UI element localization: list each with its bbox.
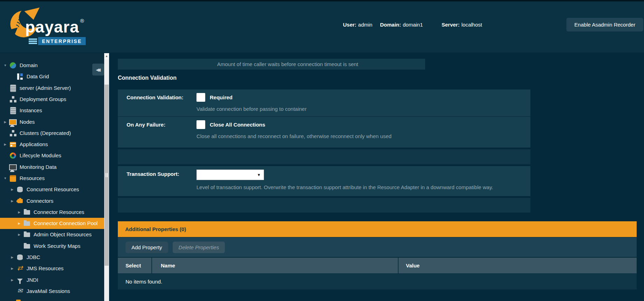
checkbox-label: Close All Connections bbox=[210, 122, 265, 128]
additional-properties-header: Additional Properties (0) bbox=[118, 221, 637, 237]
section-title: Connection Validation bbox=[118, 75, 177, 81]
field-label: Connection Validation: bbox=[118, 89, 196, 116]
field-label: On Any Failure: bbox=[118, 117, 196, 148]
scrolled-row-help-text: Amount of time caller waits before conne… bbox=[118, 59, 425, 70]
field-control-area: Close All ConnectionsClose all connectio… bbox=[196, 117, 530, 148]
main-content: Amount of time caller waits before conne… bbox=[0, 0, 644, 301]
column-header-value: Value bbox=[399, 258, 637, 273]
form-row-connection-validation: Connection Validation:RequiredValidate c… bbox=[118, 89, 530, 116]
field-control-area: ▼Level of transaction support. Overwrite… bbox=[196, 166, 530, 196]
field-help-text: Level of transaction support. Overwrite … bbox=[196, 184, 530, 190]
add-property-button[interactable]: Add Property bbox=[126, 242, 168, 253]
properties-toolbar: Add Property Delete Properties bbox=[118, 237, 637, 257]
checkbox-label: Required bbox=[210, 94, 232, 100]
column-header-name: Name bbox=[152, 258, 399, 273]
payara-admin-console: payara® ENTERPRISE User:admin Domain:dom… bbox=[0, 0, 644, 301]
field-control-area: RequiredValidate connection before passi… bbox=[196, 89, 530, 116]
field-label: Transaction Support: bbox=[118, 166, 196, 196]
field-help-text: Close all connections and reconnect on f… bbox=[196, 133, 530, 139]
connection-validation-checkbox[interactable] bbox=[196, 93, 205, 102]
on-any-failure-checkbox[interactable] bbox=[196, 120, 205, 129]
column-header-select: Select bbox=[118, 258, 152, 273]
empty-form-row bbox=[118, 149, 530, 164]
empty-table-message: No items found. bbox=[118, 274, 637, 289]
delete-properties-button[interactable]: Delete Properties bbox=[173, 242, 225, 253]
dropdown-arrow-icon: ▼ bbox=[257, 173, 261, 177]
form-row-on-any-failure: On Any Failure:Close All ConnectionsClos… bbox=[118, 117, 530, 148]
properties-table-header: Select Name Value bbox=[118, 258, 637, 273]
transaction-support-select[interactable]: ▼ bbox=[196, 170, 264, 180]
empty-form-row bbox=[118, 198, 530, 213]
form-row-transaction-support: Transaction Support:▼Level of transactio… bbox=[118, 166, 530, 196]
field-help-text: Validate connection before passing to co… bbox=[196, 106, 530, 112]
